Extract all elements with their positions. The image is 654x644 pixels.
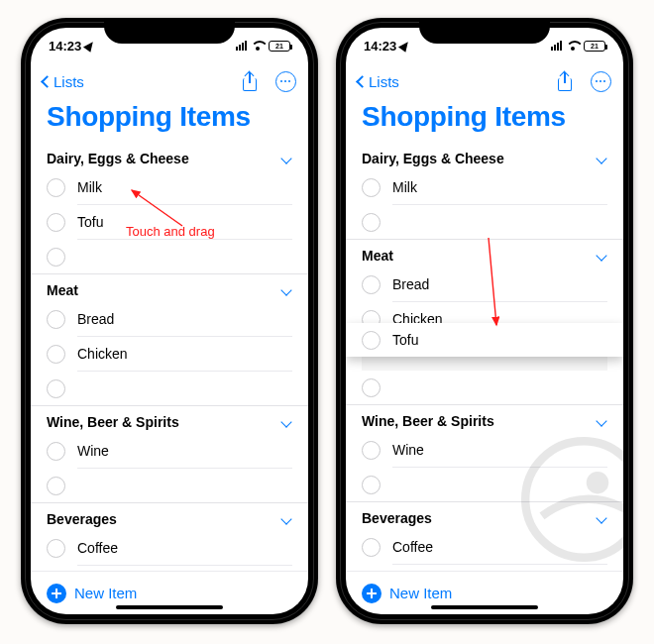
section-title: Meat [362, 248, 393, 264]
chevron-down-icon [596, 512, 606, 523]
reminder-circle[interactable] [47, 442, 65, 461]
reminder-row[interactable] [362, 371, 607, 404]
chevron-down-icon [280, 153, 291, 163]
reminder-circle[interactable] [362, 441, 381, 460]
section-header[interactable]: Meat [47, 274, 292, 302]
reminder-row[interactable] [47, 469, 292, 502]
home-indicator[interactable] [116, 605, 223, 609]
page-title: Shopping Items [346, 99, 623, 143]
reminder-row[interactable]: Milk [362, 170, 607, 204]
chevron-down-icon [596, 153, 606, 163]
section-header[interactable]: Meat [362, 240, 607, 268]
section-title: Meat [47, 282, 78, 298]
reminder-circle[interactable] [362, 213, 381, 232]
list-section: MeatBreadChicken [31, 274, 308, 405]
reminder-label: Wine [392, 442, 424, 458]
reminder-label: Coffee [392, 539, 433, 555]
cellular-icon [236, 41, 247, 51]
cellular-icon [551, 41, 562, 51]
section-header[interactable]: Dairy, Eggs & Cheese [47, 143, 292, 170]
reminder-circle[interactable] [362, 331, 381, 350]
reminder-row[interactable]: Coke [362, 565, 607, 571]
share-button[interactable] [554, 70, 576, 92]
reminder-circle[interactable] [47, 379, 65, 398]
section-header[interactable]: Beverages [362, 502, 607, 530]
reminder-circle[interactable] [362, 476, 381, 494]
reminder-label: Milk [392, 179, 417, 195]
reminder-row[interactable]: Bread [47, 302, 292, 336]
list-section: BeveragesCoffeeCoke [31, 503, 308, 571]
reminder-row[interactable] [362, 205, 607, 239]
status-time: 14:23 [364, 39, 396, 54]
section-title: Wine, Beer & Spirits [362, 413, 494, 429]
back-label: Lists [54, 73, 84, 90]
battery-icon: 21 [269, 41, 290, 52]
reminder-row[interactable]: Coffee [47, 531, 292, 565]
nav-bar: Lists [346, 63, 623, 99]
reminder-label: Bread [77, 311, 114, 327]
reminder-row[interactable]: Bread [362, 268, 607, 301]
battery-icon: 21 [584, 41, 605, 52]
reminder-row[interactable]: Milk [47, 170, 292, 204]
ellipsis-icon [275, 71, 296, 92]
reminder-circle[interactable] [362, 275, 381, 294]
reminder-circle[interactable] [362, 378, 381, 397]
location-icon [398, 39, 411, 52]
new-item-label: New Item [389, 585, 452, 601]
chevron-down-icon [280, 513, 291, 524]
more-button[interactable] [274, 70, 296, 92]
list-section: Wine, Beer & SpiritsWine [346, 405, 623, 501]
reminder-row[interactable] [47, 372, 292, 405]
chevron-left-icon [41, 75, 54, 88]
list-section: MeatBreadChicken [346, 240, 623, 404]
reminder-label: Bread [392, 276, 429, 292]
section-title: Wine, Beer & Spirits [47, 414, 179, 430]
reminder-circle[interactable] [47, 213, 65, 232]
reminder-circle[interactable] [362, 178, 381, 197]
list-section: Dairy, Eggs & CheeseMilk [346, 143, 623, 239]
reminder-row[interactable]: Tofu [47, 205, 292, 239]
reminder-circle[interactable] [362, 538, 381, 557]
section-title: Dairy, Eggs & Cheese [362, 151, 504, 166]
section-title: Beverages [362, 510, 432, 526]
reminder-row[interactable] [362, 468, 607, 501]
reminder-circle[interactable] [47, 477, 65, 495]
reminder-circle[interactable] [47, 539, 65, 558]
back-button[interactable]: Lists [43, 73, 84, 90]
location-icon [83, 39, 96, 52]
reminder-row[interactable]: Coffee [362, 530, 607, 564]
reminder-label: Chicken [77, 346, 128, 362]
reminder-circle[interactable] [47, 178, 65, 197]
ellipsis-icon [591, 71, 611, 92]
reminder-row[interactable]: Coke [47, 566, 292, 571]
wifi-icon [251, 41, 265, 51]
page-title: Shopping Items [31, 99, 308, 143]
home-indicator[interactable] [431, 605, 538, 609]
reminder-label: Tofu [77, 214, 103, 230]
share-button[interactable] [239, 70, 261, 92]
back-button[interactable]: Lists [358, 73, 399, 90]
reminder-circle[interactable] [47, 248, 65, 267]
more-button[interactable] [590, 70, 611, 92]
plus-icon [47, 584, 66, 603]
section-header[interactable]: Dairy, Eggs & Cheese [362, 143, 607, 170]
reminder-row[interactable] [47, 240, 292, 273]
section-header[interactable]: Wine, Beer & Spirits [47, 406, 292, 434]
reminder-circle[interactable] [47, 345, 65, 364]
reminder-row[interactable]: Wine [362, 433, 607, 467]
reminder-circle[interactable] [47, 310, 65, 329]
section-header[interactable]: Wine, Beer & Spirits [362, 405, 607, 433]
iphone-notch [104, 18, 235, 44]
reminder-label: Tofu [392, 332, 418, 348]
dragging-row[interactable]: Tofu [346, 323, 623, 357]
chevron-down-icon [280, 416, 291, 427]
chevron-down-icon [596, 250, 606, 261]
reminder-label: Wine [77, 443, 109, 459]
section-header[interactable]: Beverages [47, 503, 292, 531]
section-title: Beverages [47, 511, 117, 527]
reminder-row[interactable]: Wine [47, 434, 292, 468]
reminder-label: Milk [77, 179, 102, 195]
back-label: Lists [369, 73, 399, 90]
reminder-row[interactable]: Chicken [47, 337, 292, 371]
list-section: Wine, Beer & SpiritsWine [31, 406, 308, 502]
